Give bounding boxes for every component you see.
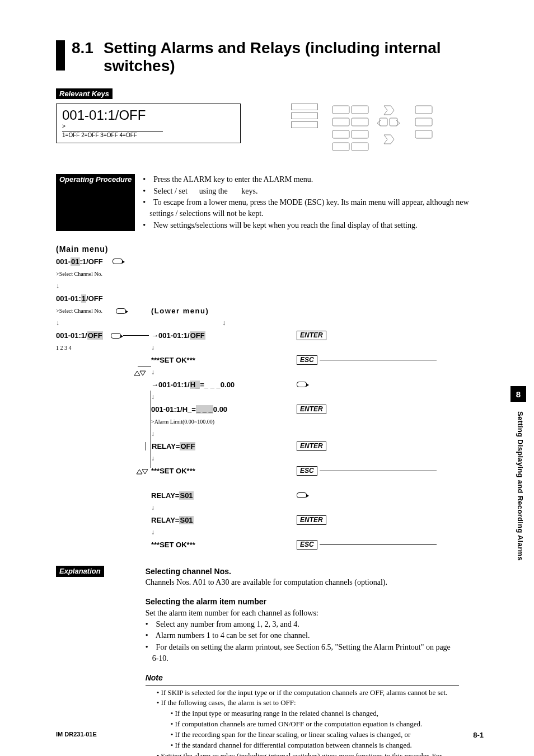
flow-mid-2: ***SET OK***: [151, 356, 297, 364]
up-down-icon: [135, 467, 149, 475]
esc-key-box: ESC: [297, 355, 317, 365]
flow-mid-6: ***SET OK***: [151, 467, 297, 475]
enter-key-box: ENTER: [297, 515, 326, 525]
flow-mid-3: →001-01:1/H_=_ _ _0.00: [151, 381, 297, 389]
procedure-item: • Press the ALARM key to enter the ALARM…: [149, 174, 484, 185]
procedure-row: Operating Procedure • Press the ALARM ke…: [56, 174, 484, 231]
exp-heading-2: Selecting the alarm item number: [146, 596, 459, 607]
section-number: 8.1: [72, 39, 93, 57]
esc-key-box: ESC: [297, 540, 317, 550]
svg-rect-2: [332, 118, 349, 126]
enter-key-icon: [111, 333, 121, 339]
flow-mid-7: RELAY=S01: [151, 491, 297, 500]
exp-p1: Channels Nos. A01 to A30 are available f…: [146, 577, 459, 588]
lcd-row: 001-01:1/OFF > 1=OFF 2=OFF 3=OFF 4=OFF: [56, 104, 484, 157]
svg-rect-10: [415, 106, 432, 114]
note-body: • If SKIP is selected for the input type…: [157, 688, 459, 756]
svg-rect-8: [380, 118, 387, 126]
note-subitem: • If the input type or measuring range i…: [177, 708, 459, 719]
footer-left: IM DR231-01E: [56, 731, 97, 739]
note-heading: Note: [146, 672, 459, 683]
flow-left-3: 001-01:1/OFF: [56, 331, 103, 340]
flow-mid-9: ***SET OK***: [151, 541, 297, 549]
flow-left-1-sub: >Select Channel No.: [56, 271, 151, 277]
flow-mid-4: 001-01:1/H_=_ _ _0.00: [151, 405, 297, 414]
flow-mid-5: RELAY=OFF: [151, 442, 297, 450]
svg-rect-11: [415, 118, 432, 126]
svg-rect-12: [415, 130, 432, 138]
svg-rect-3: [352, 118, 368, 126]
enter-key-box: ENTER: [297, 331, 326, 340]
flow-mid-4-sub: >Alarm Limit(0.00~100.00): [151, 419, 297, 425]
exp-bullet: • Alarm numbers 1 to 4 can be set for on…: [152, 630, 459, 641]
explanation-label: Explanation: [56, 566, 104, 577]
relevant-keys-label: Relevant Keys: [56, 88, 113, 99]
title-marker: [56, 40, 65, 71]
svg-rect-1: [352, 106, 368, 114]
svg-rect-6: [332, 143, 349, 151]
footer: IM DR231-01E 8-1: [56, 731, 484, 739]
enter-key-icon: [297, 492, 307, 498]
keypad-diagram: [331, 104, 443, 157]
section-title: 8.1 Setting Alarms and Relays (including…: [56, 39, 484, 75]
procedure-item: • To escape from a lower menu, press the…: [149, 197, 484, 220]
explanation-block: Explanation Selecting channel Nos. Chann…: [56, 566, 484, 756]
note-item: • If SKIP is selected for the input type…: [163, 688, 459, 698]
main-menu-label: (Main menu): [56, 245, 484, 253]
lcd-display: 001-01:1/OFF > 1=OFF 2=OFF 3=OFF 4=OFF: [56, 104, 241, 143]
procedure-label: Operating Procedure: [56, 174, 135, 231]
flow-left-2-sub: >Select Channel No.: [56, 308, 102, 314]
enter-key-icon: [116, 308, 126, 314]
enter-key-box: ENTER: [297, 405, 326, 414]
esc-key-box: ESC: [297, 466, 317, 476]
lcd-sub-text: 1=OFF 2=OFF 3=OFF 4=OFF: [62, 131, 163, 138]
enter-key-box: ENTER: [297, 442, 326, 451]
procedure-item: • New settings/selections will be kept w…: [149, 220, 484, 231]
note-item: • Setting the alarm or relay (including …: [163, 751, 459, 756]
up-down-icon: [133, 368, 147, 377]
flow-mid-1: →001-01:1/OFF: [151, 331, 297, 340]
menu-flow: (Main menu) 001-01:1/OFF >Select Channel…: [56, 245, 484, 551]
svg-rect-0: [332, 106, 349, 114]
key-column: [291, 104, 319, 130]
svg-rect-5: [352, 130, 368, 138]
note-subitem: • If computation channels are turned ON/…: [177, 719, 459, 730]
lower-menu-label: (Lower menu): [151, 307, 209, 315]
section-heading-line2: switches): [104, 57, 441, 75]
exp-bullets: • Select any number from among 1, 2, 3, …: [146, 619, 459, 664]
procedure-body: • Press the ALARM key to enter the ALARM…: [143, 174, 484, 231]
side-tab: 8: [510, 386, 526, 402]
page: 8 Setting Displaying and Recording Alarm…: [0, 0, 534, 756]
lcd-main-text: 001-01:1/OFF: [62, 107, 235, 123]
note-item: • If the following cases, the alarm is s…: [163, 698, 459, 708]
note-subitem: • If the standard channel for differenti…: [177, 740, 459, 751]
svg-rect-7: [352, 143, 368, 151]
exp-heading-1: Selecting channel Nos.: [146, 566, 459, 577]
svg-rect-9: [390, 118, 397, 126]
enter-key-icon: [113, 259, 123, 264]
flow-left-1: 001-01:1/OFF: [56, 257, 103, 266]
side-caption: Setting Displaying and Recording Alarms: [516, 411, 524, 561]
enter-key-icon: [297, 382, 307, 387]
flow-left-3-sub: 1 2 3 4: [56, 345, 151, 351]
footer-page: 8-1: [473, 731, 484, 739]
section-heading-line1: Setting Alarms and Relays (including int…: [104, 39, 441, 57]
exp-p2: Set the alarm item number for each chann…: [146, 608, 459, 619]
exp-bullet: • For details on setting the alarm print…: [152, 642, 459, 665]
svg-rect-4: [332, 130, 349, 138]
lcd-prompt: >: [62, 123, 235, 129]
flow-left-2: 001-01:1/OFF: [56, 294, 103, 303]
exp-bullet: • Select any number from among 1, 2, 3, …: [152, 619, 459, 630]
procedure-item: • Select / set using the keys.: [149, 186, 484, 197]
flow-mid-8: RELAY=S01: [151, 516, 297, 524]
